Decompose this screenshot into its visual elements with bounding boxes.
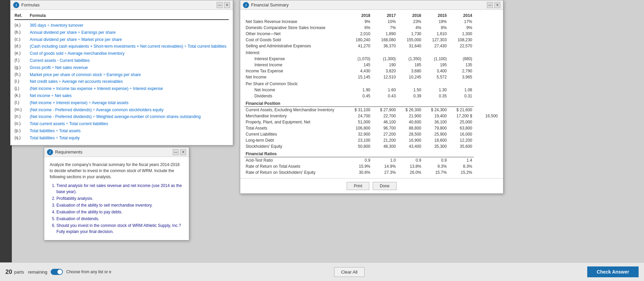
financial-summary-window: i Financial Summary — ✕ 2018 2017 2016 2…	[240, 0, 503, 194]
table-row: Domestic Comparative Store Sales Increas…	[244, 25, 499, 31]
table-row: Net Income1.901.601.501.301.08	[244, 87, 499, 93]
requirements-title: Requirements	[55, 149, 82, 155]
list-item: Profitability analysis.	[56, 195, 183, 202]
check-answer-button[interactable]: Check Answer	[587, 266, 639, 277]
table-row: Cost of Goods Sold180,240168,080155,0001…	[244, 37, 499, 43]
table-row: Acid-Test Ratio0.91.00.90.91.4	[244, 157, 499, 164]
print-button[interactable]: Print	[347, 182, 369, 190]
table-row: Current Liabilities32,90027,20028,50025,…	[244, 131, 499, 137]
table-row: Rate of Return on Stockholders' Equity30…	[244, 169, 499, 175]
financial-close-button[interactable]: ✕	[494, 2, 500, 8]
table-row: Other Income—Net2,0101,8901,7301,6101,30…	[244, 31, 499, 37]
formula-text: Net credit sales ÷ Average net accounts …	[30, 79, 123, 85]
table-row: Merchandise Inventory24,70022,70021,9001…	[244, 113, 499, 119]
formula-row: (n.)(Net income - Preferred dividends) ÷…	[15, 113, 229, 120]
formula-text: (Net income - Preferred dividends) ÷ Ave…	[30, 107, 164, 113]
requirements-info-icon: i	[47, 149, 53, 155]
formula-row: (q.)Total liabilities ÷ Total equity	[15, 135, 229, 142]
financial-footer: Print Done	[240, 178, 503, 193]
requirements-titlebar: i Requirements — ✕	[44, 147, 189, 157]
table-row: Current Assets, Excluding Merchandise In…	[244, 107, 499, 113]
clear-all-button[interactable]: Clear All	[334, 267, 365, 277]
formula-ref: (p.)	[15, 128, 30, 134]
formula-row: (l.)(Net income + Interest expense) ÷ Av…	[15, 99, 229, 107]
requirements-intro: Analyze the company's financial summary …	[50, 162, 183, 180]
requirements-window-controls: — ✕	[173, 149, 186, 155]
formulas-minimize-button[interactable]: —	[217, 2, 223, 8]
ref-header: Ref.	[15, 13, 30, 18]
formula-row: (e.)Cost of goods sold ÷ Average merchan…	[15, 50, 229, 57]
formula-text: Annual dividend per share ÷ Earnings per…	[30, 30, 116, 36]
formula-text: Total liabilities ÷ Total assets	[30, 128, 80, 134]
formula-text: Total current assets ÷ Total current lia…	[30, 121, 108, 127]
choose-text: Choose from any list or e	[66, 270, 111, 274]
formula-ref: (n.)	[15, 114, 30, 120]
requirements-minimize-button[interactable]: —	[173, 149, 179, 155]
formula-row: (k.)Net income ÷ Net sales	[15, 92, 229, 99]
formula-text: Current assets - Current liabilities	[30, 58, 90, 64]
bottom-left: 20 parts remaining Choose from any list …	[5, 268, 111, 276]
table-row: Dividends0.450.430.390.350.31	[244, 93, 499, 99]
table-row: Net Income15,14512,51010,2455,5723,965	[244, 74, 499, 80]
financial-window-controls: — ✕	[487, 2, 500, 8]
formulas-titlebar: i Formulas — ✕	[10, 0, 233, 10]
formula-row: (c.)Annual dividend per share ÷ Market p…	[15, 36, 229, 43]
list-item: Evaluation of the ability to sell mercha…	[56, 202, 183, 208]
formula-ref: (o.)	[15, 121, 30, 127]
list-item: Evaluation of dividends.	[56, 216, 183, 222]
table-row: 2018 2017 2016 2015 2014	[244, 13, 499, 19]
formula-text: Cost of goods sold ÷ Average merchandise…	[30, 51, 125, 56]
formula-row: (p.)Total liabilities ÷ Total assets	[15, 127, 229, 135]
table-row: Income Tax Expense4,4303,8203,6803,4002,…	[244, 68, 499, 74]
formulas-content: Ref. Formula (a.)365 days ÷ Inventory tu…	[10, 10, 233, 145]
formulas-title: Formulas	[21, 2, 40, 7]
formula-row: (b.)Annual dividend per share ÷ Earnings…	[15, 29, 229, 36]
table-row: Rate of Return on Total Assets15.9%14.9%…	[244, 163, 499, 169]
formula-row: (i.)Net credit sales ÷ Average net accou…	[15, 78, 229, 85]
formulas-window-controls: — ✕	[217, 2, 230, 8]
requirements-close-button[interactable]: ✕	[180, 149, 186, 155]
formula-text: (Net income + Interest expense) ÷ Averag…	[30, 100, 128, 106]
formula-ref: (c.)	[15, 37, 30, 43]
formula-row: (j.)(Net income + Income tax expense + I…	[15, 85, 229, 92]
toggle-switch[interactable]	[51, 269, 63, 275]
table-row: Selling and Administrative Expenses41,27…	[244, 43, 499, 49]
formula-text: Total liabilities ÷ Total equity	[30, 135, 80, 141]
formula-row: (m.)(Net income - Preferred dividends) ÷…	[15, 107, 229, 114]
list-item: Trend analysis for net sales revenue and…	[56, 183, 183, 195]
formula-ref: (l.)	[15, 100, 30, 106]
financial-content: 2018 2017 2016 2015 2014Net Sales Revenu…	[240, 10, 503, 178]
formulas-window: i Formulas — ✕ Ref. Formula (a.)365 days…	[10, 0, 233, 145]
requirements-content: Analyze the company's financial summary …	[44, 157, 189, 240]
table-row: Total Assets106,80096,70088,80079,80063,…	[244, 125, 499, 131]
formula-row: (o.)Total current assets ÷ Total current…	[15, 120, 229, 127]
formulas-close-button[interactable]: ✕	[224, 2, 230, 8]
formula-ref: (i.)	[15, 79, 30, 85]
requirements-window: i Requirements — ✕ Analyze the company's…	[44, 147, 189, 240]
table-row: Interest Expense(1,070)(1,300)(1,350)(1,…	[244, 56, 499, 62]
table-row: Interest:	[244, 49, 499, 56]
financial-info-icon: i	[243, 2, 249, 8]
formula-row: (a.)365 days ÷ Inventory turnover	[15, 22, 229, 29]
formula-row: (g.)Gross profit ÷ Net sales revenue	[15, 64, 229, 71]
list-item: Should you invest in the common stock of…	[56, 223, 183, 235]
financial-title: Financial Summary	[251, 2, 289, 7]
formula-ref: (f.)	[15, 58, 30, 64]
table-row: Stockholders' Equity50,80048,30043,40035…	[244, 143, 499, 149]
formula-text: Gross profit ÷ Net sales revenue	[30, 65, 88, 71]
formulas-info-icon: i	[13, 2, 19, 8]
formula-header: Formula	[30, 13, 46, 18]
formula-ref: (m.)	[15, 107, 30, 113]
formula-text: (Net income - Preferred dividends) ÷ Wei…	[30, 114, 201, 120]
formula-text: Market price per share of common stock ÷…	[30, 72, 141, 78]
financial-minimize-button[interactable]: —	[487, 2, 493, 8]
formula-ref: (q.)	[15, 135, 30, 141]
bottom-bar: 20 parts remaining Choose from any list …	[0, 262, 644, 281]
done-button[interactable]: Done	[373, 182, 397, 190]
table-row: Interest Income145190185195135	[244, 62, 499, 68]
table-row: Long-term Debt23,10021,20016,90018,60012…	[244, 137, 499, 143]
financial-titlebar: i Financial Summary — ✕	[240, 0, 503, 10]
parts-remaining: 20 parts remaining	[5, 268, 47, 276]
formula-text: Net income ÷ Net sales	[30, 93, 72, 99]
table-row: Property, Plant, and Equipment, Net51,00…	[244, 119, 499, 125]
